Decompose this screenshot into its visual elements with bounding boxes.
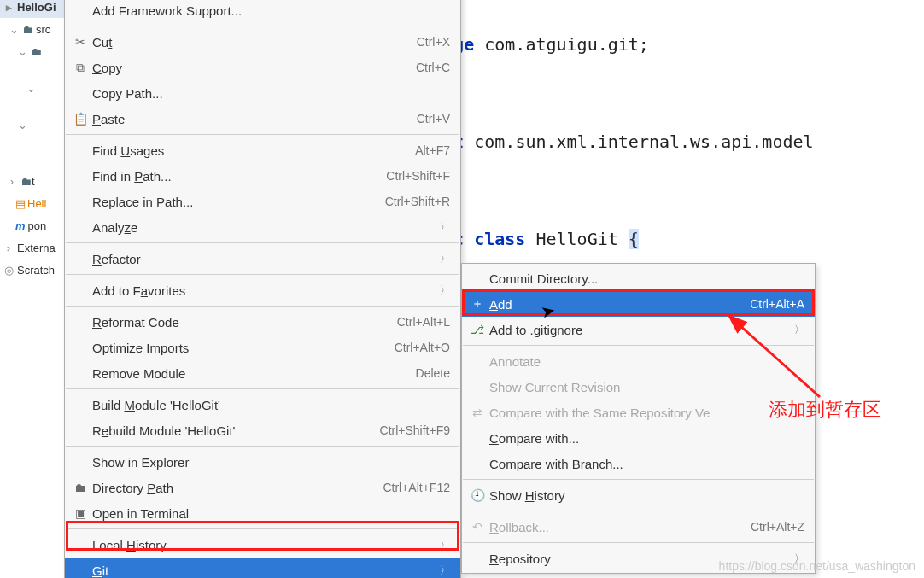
tree-root[interactable]: ▸ HelloGi: [0, 0, 68, 18]
brace: {: [629, 229, 639, 249]
submenu-commit[interactable]: Commit Directory...: [462, 266, 815, 291]
chevron-right-icon: ›: [2, 242, 15, 254]
menu-copy-path[interactable]: Copy Path...: [65, 80, 460, 106]
tree-sub1[interactable]: ⌄ 🖿: [0, 40, 68, 62]
chevron-down-icon: ⌄: [15, 119, 29, 131]
menu-separator: [66, 446, 459, 447]
annotation-text: 添加到暂存区: [769, 397, 881, 423]
cut-icon: ✂: [72, 35, 89, 49]
menu-favorites[interactable]: Add to Favorites〉: [65, 277, 460, 303]
chevron-right-icon: ›: [5, 175, 19, 188]
tree-src-label: src: [36, 23, 50, 36]
add-icon: ＋: [469, 296, 486, 312]
submenu-arrow-icon: 〉: [794, 323, 804, 337]
folder-icon: 🖿: [20, 175, 32, 188]
submenu-annotate: Annotate: [462, 348, 815, 374]
tree-src[interactable]: ⌄ 🖿 src: [0, 18, 68, 40]
chevron-down-icon: ⌄: [7, 23, 20, 36]
tree-sub2[interactable]: ⌄: [0, 62, 68, 114]
submenu-add[interactable]: ＋AddCtrl+Alt+A: [462, 291, 815, 317]
menu-separator: [66, 528, 459, 529]
menu-paste[interactable]: 📋PasteCtrl+V: [65, 106, 460, 131]
tree-external[interactable]: › Externa: [0, 236, 68, 259]
menu-directory-path[interactable]: 🖿Directory PathCtrl+Alt+F12: [65, 475, 460, 500]
menu-separator: [463, 479, 814, 480]
submenu-arrow-icon: 〉: [440, 563, 450, 578]
menu-local-history[interactable]: Local History〉: [65, 532, 460, 558]
menu-find-in-path[interactable]: Find in Path...Ctrl+Shift+F: [65, 163, 460, 189]
menu-show-explorer[interactable]: Show in Explorer: [65, 449, 460, 475]
tree-pom-label: pon: [28, 219, 47, 232]
tree-iml[interactable]: ▤ Hell: [0, 192, 68, 214]
menu-copy[interactable]: ⧉CopyCtrl+C: [65, 55, 460, 80]
import-name: com.sun.xml.internal.ws.api.model: [474, 131, 813, 152]
tree-ext-label: Externa: [17, 242, 56, 254]
submenu-arrow-icon: 〉: [440, 220, 450, 235]
rollback-icon: ↶: [469, 520, 486, 534]
menu-reformat[interactable]: Reformat CodeCtrl+Alt+L: [65, 309, 460, 335]
menu-cut[interactable]: ✂CutCtrl+X: [65, 29, 460, 55]
submenu-arrow-icon: 〉: [440, 283, 450, 298]
watermark: https://blog.csdn.net/usa_washington: [719, 559, 915, 573]
project-tree: ▸ HelloGi ⌄ 🖿 src ⌄ 🖿 ⌄ ⌄ › 🖿 t ▤ Hell m…: [0, 0, 68, 281]
menu-refactor[interactable]: Refactor〉: [65, 246, 460, 271]
submenu-compare-with[interactable]: Compare with...: [462, 425, 815, 451]
menu-analyze[interactable]: Analyze〉: [65, 214, 460, 240]
class-name: HelloGit: [535, 229, 628, 249]
folder-icon: 🖿: [22, 23, 33, 36]
menu-add-framework[interactable]: Add Framework Support...: [65, 0, 460, 23]
tree-spacer: [0, 136, 68, 170]
menu-separator: [463, 511, 814, 511]
folder-icon: 🖿: [31, 45, 42, 58]
folder-icon: 🖿: [72, 481, 89, 494]
folder-icon: ▸: [2, 1, 15, 14]
menu-separator: [463, 542, 814, 543]
tree-target[interactable]: › 🖿 t: [0, 170, 68, 192]
submenu-gitignore[interactable]: ⎇Add to .gitignore〉: [462, 317, 815, 342]
menu-open-terminal[interactable]: ▣Open in Terminal: [65, 500, 460, 526]
tree-pom[interactable]: m pon: [0, 214, 68, 236]
tree-root-label: HelloGi: [17, 1, 56, 14]
submenu-compare-branch[interactable]: Compare with Branch...: [462, 451, 815, 476]
iml-icon: ▤: [15, 197, 26, 210]
maven-icon: m: [15, 219, 26, 232]
context-menu-main: Add Framework Support... ✂CutCtrl+X ⧉Cop…: [64, 0, 461, 578]
menu-build[interactable]: Build Module 'HelloGit': [65, 392, 460, 417]
tree-scratch[interactable]: ◎ Scratch: [0, 259, 68, 281]
pkg-name: com.atguigu.git;: [484, 34, 649, 55]
menu-separator: [66, 274, 459, 275]
menu-separator: [463, 345, 814, 346]
menu-rebuild[interactable]: Rebuild Module 'HelloGit'Ctrl+Shift+F9: [65, 417, 460, 443]
menu-separator: [66, 26, 459, 26]
menu-find-usages[interactable]: Find UsagesAlt+F7: [65, 137, 460, 163]
copy-icon: ⧉: [72, 61, 89, 75]
submenu-arrow-icon: 〉: [440, 252, 450, 266]
context-menu-git: Commit Directory... ＋AddCtrl+Alt+A ⎇Add …: [461, 263, 816, 574]
menu-optimize[interactable]: Optimize ImportsCtrl+Alt+O: [65, 335, 460, 360]
chevron-down-icon: ⌄: [15, 45, 29, 58]
menu-git[interactable]: Git〉: [65, 558, 460, 578]
scratch-icon: ◎: [2, 264, 15, 277]
submenu-arrow-icon: 〉: [440, 538, 450, 552]
menu-remove-module[interactable]: Remove ModuleDelete: [65, 360, 460, 386]
menu-replace-in-path[interactable]: Replace in Path...Ctrl+Shift+R: [65, 189, 460, 214]
submenu-compare-same: ⇄Compare with the Same Repository Ve: [462, 400, 815, 425]
tree-iml-label: Hell: [27, 197, 46, 210]
paste-icon: 📋: [72, 112, 89, 126]
chevron-down-icon: ⌄: [24, 82, 38, 95]
menu-separator: [66, 306, 459, 307]
git-icon: ⎇: [469, 323, 486, 336]
compare-icon: ⇄: [469, 406, 486, 419]
submenu-show-revision: Show Current Revision: [462, 374, 815, 400]
submenu-rollback: ↶Rollback...Ctrl+Alt+Z: [462, 514, 815, 540]
history-icon: 🕘: [469, 488, 486, 502]
tree-scratch-label: Scratch: [17, 264, 55, 277]
menu-separator: [66, 242, 459, 243]
submenu-show-history[interactable]: 🕘Show History: [462, 482, 815, 508]
menu-separator: [66, 134, 459, 135]
menu-separator: [66, 388, 459, 389]
terminal-icon: ▣: [72, 506, 89, 520]
tree-sub3[interactable]: ⌄: [0, 114, 68, 136]
